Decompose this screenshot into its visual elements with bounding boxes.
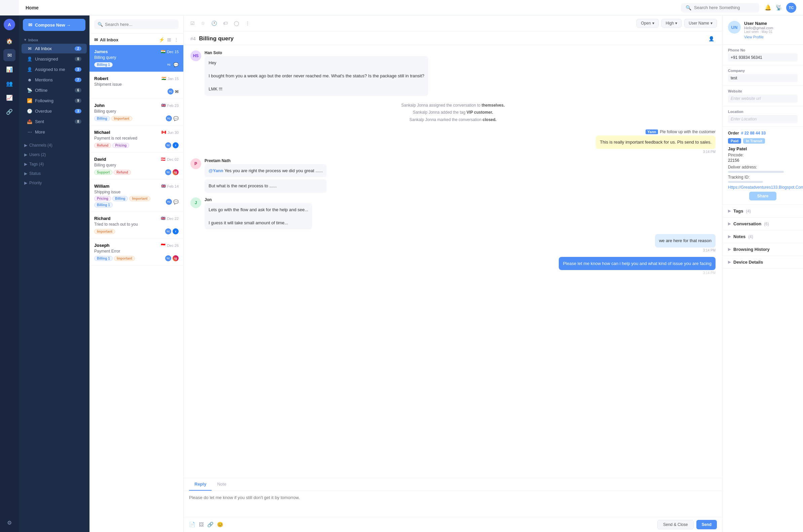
msg-time: 3:14 PM (596, 150, 715, 154)
rp-order-ext-link[interactable]: Https://Greatadventures133.Blogspot.Com/ (728, 185, 798, 190)
header-icons: 🔔 📡 TC (765, 3, 796, 13)
overdue-icon: 🕐 (27, 109, 32, 114)
sidebar-priority[interactable]: ▶ Priority (19, 178, 90, 188)
rp-conversation-section[interactable]: ▶ Conversation (6) (723, 217, 803, 230)
send-close-button[interactable]: Send & Close (657, 520, 693, 529)
sidebar-item-sent[interactable]: 📤 Sent 8 (21, 117, 87, 127)
conv-item-robert[interactable]: Robert 🇮🇳 Jan 15 Shipment issue TC ✉ (90, 72, 183, 99)
sidebar-item-overdue[interactable]: 🕐 Overdue 3 (21, 106, 87, 116)
header-avatar[interactable]: TC (786, 3, 796, 13)
tab-note[interactable]: Note (211, 478, 231, 491)
chevron-right-icon-4: ▶ (24, 171, 27, 176)
channel-ig-icon: ig (172, 255, 179, 261)
rp-conversation-label: Conversation (733, 221, 761, 226)
grid-icon[interactable]: ⊞ (167, 37, 171, 42)
emoji-icon[interactable]: 😊 (217, 521, 223, 528)
conv-subject: Billing query (94, 109, 179, 114)
nav-campaigns-icon[interactable]: 📈 (3, 92, 16, 103)
label-icon[interactable]: ◯ (232, 19, 241, 27)
feed-icon[interactable]: 📡 (776, 4, 782, 11)
nav-integrations-icon[interactable]: 🔗 (3, 106, 16, 118)
user-assign-button[interactable]: User Name ▾ (684, 19, 717, 27)
tag-important: Important (94, 229, 115, 234)
global-search-input[interactable] (694, 5, 754, 10)
conv-item-james[interactable]: James 🇮🇳 Dec 15 Billing query Billing 1 … (90, 45, 183, 72)
sidebar-status[interactable]: ▶ Status (19, 169, 90, 178)
rp-view-profile-link[interactable]: View Profile (744, 35, 773, 39)
conv-date: 🇦🇹 Dec 02 (161, 157, 179, 162)
sidebar-item-offline[interactable]: 📡 Offline 6 (21, 86, 87, 95)
rp-location-placeholder[interactable]: Enter Location (728, 115, 798, 123)
msg-text-lightblue: we are here for that reason (655, 234, 715, 247)
rp-tags-section[interactable]: ▶ Tags (4) (723, 205, 803, 217)
assign-icon[interactable]: 👤 (707, 35, 715, 43)
notification-bell-icon[interactable]: 🔔 (765, 4, 771, 11)
all-inbox-icon: ✉ (27, 46, 32, 51)
rp-share-button[interactable]: Share (749, 192, 777, 201)
conv-item-john[interactable]: John 🇬🇧 Feb 23 Billing query Billing Imp… (90, 99, 183, 126)
conv-item-william[interactable]: William 🇬🇧 Feb 14 Shipping issue Pricing… (90, 179, 183, 212)
msg-avatar-j: J (190, 197, 201, 208)
nav-contacts-icon[interactable]: 👥 (3, 77, 16, 90)
flag-icon: 🇬🇧 (161, 216, 166, 221)
sidebar-users[interactable]: ▶ Users (2) (19, 150, 90, 159)
message-row-jon: J Jon Lets go with the flow and ask for … (190, 197, 715, 230)
conv-item-michael[interactable]: Michael 🇨🇦 Jun 30 Payment is not receive… (90, 126, 183, 153)
global-search[interactable]: 🔍 (681, 3, 759, 13)
sidebar-item-more[interactable]: ⋯ More (21, 127, 87, 137)
sidebar-item-all-inbox[interactable]: ✉ All Inbox 2 (21, 44, 87, 54)
assignee-avatar: TC (168, 89, 173, 95)
rp-pincode-val: 22156 (728, 158, 798, 163)
conv-search-input[interactable] (105, 22, 175, 27)
sidebar-item-unassigned[interactable]: 👤 Unassigned 0 (21, 54, 87, 64)
inbox-section-label[interactable]: ▾ Inbox (19, 36, 90, 43)
sidebar-item-following[interactable]: 📶 Following 9 (21, 96, 87, 106)
rp-website-placeholder[interactable]: Enter website url (728, 95, 798, 102)
conv-item-david[interactable]: David 🇦🇹 Dec 02 Billing query Support Re… (90, 153, 183, 179)
nav-inbox-icon[interactable]: ✉ (3, 49, 16, 61)
nav-settings-icon[interactable]: ⚙ (3, 516, 16, 529)
sidebar-tags[interactable]: ▶ Tags (4) (19, 159, 90, 169)
rp-notes-section[interactable]: ▶ Notes (4) (723, 230, 803, 243)
rp-browsing-history-section[interactable]: ▶ Browsing History (723, 243, 803, 256)
nav-user-avatar[interactable]: A (4, 19, 15, 30)
sidebar-item-mentions[interactable]: ☻ Mentions 7 (21, 75, 87, 85)
nav-home-icon[interactable]: 🏠 (3, 35, 16, 47)
star-icon[interactable]: ☆ (200, 19, 207, 27)
conv-tags: Billing 1 Important (94, 256, 135, 261)
clock-icon[interactable]: 🕐 (210, 19, 218, 27)
compose-button[interactable]: ✉ Compose New → (23, 19, 86, 31)
rp-phone-group: Phone No +91 93834 56341 (723, 45, 803, 65)
send-button[interactable]: Send (696, 520, 717, 529)
message-row-right1: we are here for that reason 3:14 PM (190, 234, 715, 252)
status-open-button[interactable]: Open ▾ (636, 19, 658, 27)
conv-item-richard[interactable]: Richard 🇬🇧 Dec 22 Tried to reach out to … (90, 212, 183, 239)
conv-subject: Billing query (94, 55, 179, 60)
reply-textarea[interactable] (189, 495, 717, 512)
tag-icon[interactable]: 🏷 (222, 19, 229, 27)
more-icon[interactable]: ⋮ (244, 19, 251, 27)
conv-search-box[interactable]: 🔍 (94, 19, 179, 29)
conv-subject: Shipping issue (94, 190, 179, 194)
msg-time: 3:14 PM (559, 271, 715, 275)
conv-subject: Payment Error (94, 249, 179, 253)
rp-tracking-label: Tracking ID: (728, 175, 798, 179)
rp-phone-value: +91 93834 56341 (728, 54, 798, 61)
link-icon[interactable]: 🔗 (207, 521, 213, 528)
image-icon[interactable]: 🖼 (199, 521, 204, 528)
rp-device-details-section[interactable]: ▶ Device Details (723, 256, 803, 269)
tab-reply[interactable]: Reply (189, 478, 211, 491)
chevron-right-icon: ▶ (24, 143, 27, 148)
nav-reports-icon[interactable]: 📊 (3, 63, 16, 75)
file-icon[interactable]: 📄 (189, 521, 195, 528)
conv-item-joseph[interactable]: Joseph 🇮🇩 Dec 26 Payment Error Billing 1… (90, 239, 183, 266)
filter-icon[interactable]: ⚡ (159, 37, 165, 42)
priority-button[interactable]: High ▾ (661, 19, 682, 27)
checkbox-icon[interactable]: ☑ (189, 19, 196, 27)
msg-bubble: Jon Lets go with the flow and ask for th… (205, 197, 312, 230)
rp-order-link[interactable]: # 22 88 44 33 (741, 131, 766, 135)
more-options-icon[interactable]: ⋮ (174, 37, 179, 42)
sidebar-channels[interactable]: ▶ Channels (4) (19, 140, 90, 150)
rp-company-group: Company test (723, 65, 803, 86)
sidebar-item-assigned-to-me[interactable]: 👤 Assigned to me 3 (21, 64, 87, 74)
